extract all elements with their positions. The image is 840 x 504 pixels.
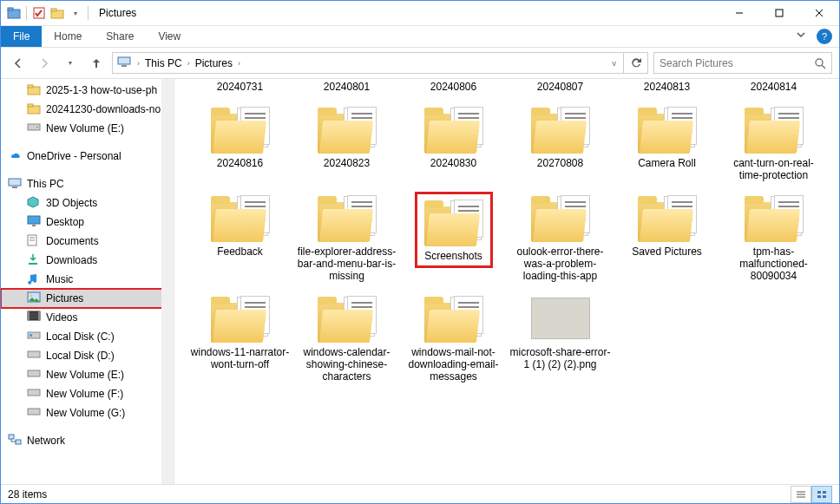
minimize-button[interactable] (719, 1, 759, 25)
drive-icon (27, 387, 41, 401)
tree-pictures[interactable]: Pictures (1, 289, 174, 308)
folder-item[interactable]: 20240813 (614, 79, 720, 95)
cube-icon (27, 196, 41, 210)
folder-item[interactable]: cant-turn-on-real-time-protection (720, 100, 827, 183)
breadcrumb-pictures[interactable]: Pictures (192, 57, 236, 69)
nav-tree[interactable]: 2025-1-3 how-to-use-ph 20241230-download… (1, 79, 174, 484)
ribbon-expand-icon[interactable] (791, 26, 811, 47)
svg-rect-16 (28, 104, 33, 107)
scrollbar-thumb[interactable] (163, 174, 172, 235)
tree-desktop[interactable]: Desktop (1, 213, 174, 232)
tree-downloads[interactable]: Downloads (1, 251, 174, 270)
tree-3dobjects[interactable]: 3D Objects (1, 193, 174, 213)
svg-rect-19 (9, 179, 21, 186)
items-grid: 2024073120240801202408062024080720240813… (187, 79, 830, 389)
svg-point-28 (30, 295, 33, 298)
view-switcher (791, 486, 832, 503)
folder-item[interactable]: Saved Pictures (614, 188, 720, 284)
drive-icon (27, 330, 41, 344)
qat-dropdown-icon[interactable]: ▾ (68, 6, 83, 20)
up-button[interactable] (86, 53, 107, 74)
folder-item[interactable]: 20240806 (400, 79, 507, 95)
tree-videos[interactable]: Videos (1, 308, 174, 327)
svg-rect-31 (38, 311, 40, 320)
item-label: 20240823 (321, 155, 372, 171)
folder-item[interactable]: tpm-has-malfunctioned-80090034 (720, 188, 827, 284)
folder-item[interactable]: 20240731 (187, 79, 293, 95)
chevron-right-icon[interactable]: › (135, 59, 141, 68)
chevron-right-icon[interactable]: › (236, 59, 242, 68)
tree-drive-c[interactable]: Local Disk (C:) (1, 327, 174, 346)
folder-item[interactable]: Feedback (187, 188, 293, 284)
address-bar[interactable]: › This PC › Pictures › v (112, 52, 624, 74)
item-label: file-explorer-address-bar-and-menu-bar-i… (293, 244, 400, 284)
tree-folder[interactable]: 2025-1-3 how-to-use-ph (1, 81, 174, 100)
svg-rect-20 (12, 187, 17, 188)
svg-rect-36 (28, 389, 40, 396)
folder-item[interactable]: Screenshots (400, 188, 507, 284)
qat-folder-icon[interactable] (49, 6, 65, 20)
tree-drive-f[interactable]: New Volume (F:) (1, 384, 174, 403)
tree-thispc[interactable]: This PC (1, 174, 174, 193)
tab-home[interactable]: Home (42, 26, 94, 47)
details-view-button[interactable] (791, 486, 811, 503)
folder-item[interactable]: windows-11-narrator-wont-turn-off (187, 289, 293, 384)
close-button[interactable] (799, 1, 839, 25)
tab-share[interactable]: Share (94, 26, 146, 47)
chevron-right-icon[interactable]: › (186, 59, 192, 68)
tree-drive-g[interactable]: New Volume (G:) (1, 403, 174, 422)
tree-onedrive[interactable]: OneDrive - Personal (1, 147, 174, 166)
folder-item[interactable]: 20270808 (507, 100, 614, 183)
drive-icon (27, 368, 41, 382)
folder-icon (27, 102, 41, 116)
help-button[interactable]: ? (817, 29, 832, 44)
tree-folder[interactable]: 20241230-downloads-no (1, 100, 174, 119)
tree-drive-d[interactable]: Local Disk (D:) (1, 346, 174, 365)
tree-drive-e[interactable]: New Volume (E:) (1, 365, 174, 384)
maximize-button[interactable] (759, 1, 799, 25)
item-label: 20270808 (535, 155, 586, 171)
svg-rect-26 (29, 263, 37, 265)
props-icon[interactable] (31, 6, 47, 20)
refresh-button[interactable] (624, 52, 648, 74)
recent-dropdown[interactable]: ▾ (60, 53, 81, 74)
tab-view[interactable]: View (146, 26, 193, 47)
folder-item[interactable]: 20240830 (400, 100, 507, 183)
item-label: microsoft-share-error-1 (1) (2) (2).png (507, 344, 614, 372)
music-icon (27, 272, 41, 286)
forward-button[interactable] (34, 53, 55, 74)
drive-icon (27, 121, 41, 135)
back-button[interactable] (8, 53, 29, 74)
folder-item[interactable]: 20240823 (293, 100, 400, 183)
search-input[interactable]: Search Pictures (653, 52, 832, 74)
tree-drive[interactable]: New Volume (E:) (1, 119, 174, 138)
folder-item[interactable]: 20240816 (187, 100, 293, 183)
folder-item[interactable]: 20240801 (293, 79, 400, 95)
tree-documents[interactable]: Documents (1, 232, 174, 251)
breadcrumb-thispc[interactable]: This PC (141, 57, 186, 69)
tree-network[interactable]: Network (1, 431, 174, 450)
folder-item[interactable]: file-explorer-address-bar-and-menu-bar-i… (293, 188, 400, 284)
pc-icon (117, 56, 133, 71)
item-label: 20240731 (214, 79, 266, 95)
content-pane[interactable]: 2024073120240801202408062024080720240813… (174, 79, 839, 484)
tree-music[interactable]: Music (1, 270, 174, 289)
item-label: 20240814 (748, 79, 799, 95)
svg-rect-10 (121, 65, 127, 67)
status-bar: 28 items (1, 484, 839, 503)
svg-rect-14 (28, 85, 33, 88)
folder-item[interactable]: 20240814 (720, 79, 827, 95)
doc-icon (27, 234, 41, 248)
svg-rect-38 (9, 435, 14, 439)
window-controls (719, 1, 839, 25)
icons-view-button[interactable] (811, 486, 832, 503)
image-item[interactable]: microsoft-share-error-1 (1) (2) (2).png (507, 289, 614, 384)
folder-item[interactable]: oulook-error-there-was-a-problem-loading… (507, 188, 614, 284)
file-tab[interactable]: File (1, 26, 42, 47)
address-dropdown-icon[interactable]: v (607, 59, 622, 68)
folder-item[interactable]: Camera Roll (614, 100, 720, 183)
folder-item[interactable]: windows-calendar-showing-chinese-charact… (293, 289, 400, 384)
folder-item[interactable]: windows-mail-not-downloading-email-messa… (400, 289, 507, 384)
svg-point-11 (816, 59, 823, 66)
folder-item[interactable]: 20240807 (507, 79, 614, 95)
